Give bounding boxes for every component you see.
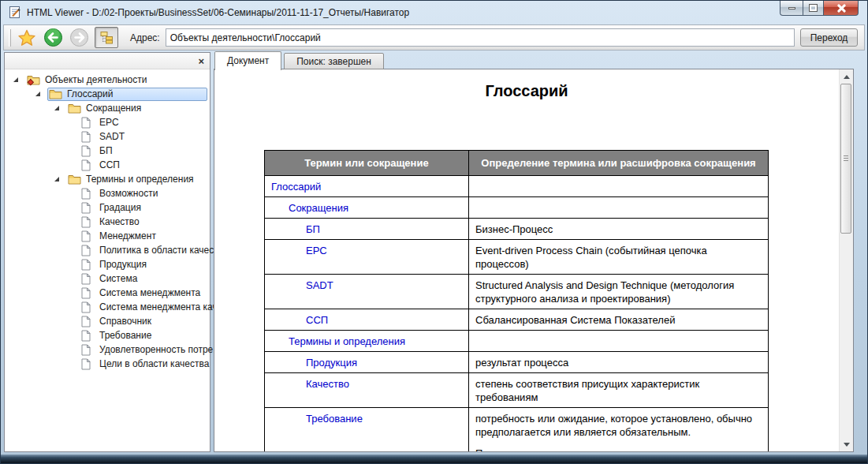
document-icon [81,287,95,299]
tree-item[interactable]: БП [5,144,210,158]
root-objects-icon [27,74,40,86]
document-icon [81,301,95,313]
tree-item-body[interactable]: Справочник [80,315,207,328]
tree-item[interactable]: Удовлетворенность потре... [5,342,210,357]
term-link[interactable]: Глоссарий [271,181,321,193]
tree-item[interactable]: Возможности [5,186,210,200]
tree-item-body[interactable]: БП [80,144,207,158]
scroll-down-button[interactable] [840,438,852,451]
tree-item-body[interactable]: Система [80,272,207,286]
term-link[interactable]: EPC [306,245,327,256]
go-button[interactable]: Переход [800,28,858,47]
document-icon [81,259,95,271]
tree-item[interactable]: Требование [5,328,210,342]
tree-item[interactable]: Справочник [5,314,210,328]
tree-item-body[interactable]: Удовлетворенность потре... [80,343,224,357]
table-row: Термины и определения [265,331,769,352]
tree-item-body[interactable]: ССП [80,159,207,172]
window-controls [780,1,859,16]
expanded-arrow-icon[interactable] [52,103,61,113]
tree-item-body[interactable]: Сокращения [66,102,207,115]
tree-item-body[interactable]: Градация [80,201,207,215]
tree-item-label: ССП [99,159,120,170]
tree-item[interactable]: SADT [5,129,210,144]
tree-item[interactable]: Градация [5,200,210,215]
address-input[interactable] [166,28,795,47]
tree-item[interactable]: Продукция [5,257,210,271]
favorites-star-icon [17,28,36,47]
favorites-button[interactable] [17,28,37,48]
minimize-button[interactable] [780,1,803,16]
forward-button[interactable] [69,28,89,48]
tree-item[interactable]: Термины и определения [5,172,210,186]
term-link[interactable]: Сокращения [289,202,348,214]
term-cell: Термины и определения [265,331,469,352]
table-row: БПБизнес-Процесс [265,219,769,240]
tree-item[interactable]: ССП [5,158,210,172]
term-link[interactable]: БП [306,223,320,235]
tree-item[interactable]: Сокращения [5,101,210,115]
tree-item-body[interactable]: Качество [80,215,207,229]
expanded-arrow-icon[interactable] [33,89,43,99]
tree-item-body[interactable]: Политика в области качес... [80,244,225,257]
document-icon [81,358,95,370]
term-cell: Требование [265,408,469,452]
tree-item-body[interactable]: Система менеджмента [80,286,207,300]
tree-item[interactable]: EPC [5,115,210,129]
tree-item-body[interactable]: Требование [80,329,207,342]
tree-item[interactable]: Глоссарий [5,87,210,101]
term-link[interactable]: SADT [306,279,333,291]
term-link[interactable]: Термины и определения [289,335,405,347]
tree-item[interactable]: Система менеджмента кач... [5,300,210,314]
tree-item-body[interactable]: Возможности [80,187,207,200]
tab-bar: ДокументПоиск: завершен [214,51,384,70]
tree-item-label: Возможности [99,188,158,199]
tree-item-label: Градация [99,202,141,213]
tree-item[interactable]: Система менеджмента [5,286,210,300]
definition-cell: Бизнес-Процесс [469,219,769,240]
term-link[interactable]: ССП [306,314,328,326]
tree-item-body[interactable]: Система менеджмента кач... [80,301,229,314]
scroll-up-button[interactable] [840,70,852,83]
expanded-arrow-icon[interactable] [11,75,20,84]
tree-item-label: Справочник [99,316,151,327]
tree-item-body[interactable]: Продукция [80,258,207,271]
scrollbar-thumb[interactable] [840,84,851,234]
tree-item[interactable]: Цели в области качества [5,357,210,371]
table-row: Качествостепень соответствия присущих ха… [265,373,769,408]
maximize-button[interactable] [803,1,824,16]
tree-item-label: Система [99,273,137,284]
tree-item-body[interactable]: Объекты деятельности [25,73,207,87]
table-row: Продукциярезультат процесса [265,352,769,373]
back-button[interactable] [43,28,63,48]
arrow-down-icon [844,443,850,447]
tree: Объекты деятельностиГлоссарийСокращенияE… [5,69,210,371]
tree-item-body[interactable]: Менеджмент [80,230,207,243]
tree-item-body[interactable]: SADT [80,130,207,144]
tree-item-body[interactable]: Термины и определения [66,173,207,186]
term-cell: Продукция [265,352,469,373]
table-row: ССПСбалансированная Система Показателей [265,309,769,331]
document-content: Глоссарий Термин или сокращение Определе… [214,69,839,451]
document-icon [81,188,95,200]
tree-item[interactable]: Система [5,271,210,286]
term-link[interactable]: Качество [306,378,349,390]
tree-item-label: Удовлетворенность потре... [99,344,221,355]
tree-toggle-button[interactable] [95,27,118,48]
tree-item[interactable]: Качество [5,215,210,229]
close-button[interactable] [824,1,859,16]
tree-item-selected[interactable]: Глоссарий [47,88,207,101]
tree-item-body[interactable]: EPC [80,116,207,129]
tree-panel-close-icon[interactable]: × [198,56,204,66]
tree-item-body[interactable]: Цели в области качества [80,357,212,371]
tree-item[interactable]: Объекты деятельности [5,73,210,87]
tab-document[interactable]: Документ [214,51,281,70]
tab-search[interactable]: Поиск: завершен [284,53,384,69]
app-icon [8,6,21,19]
tree-item[interactable]: Политика в области качес... [5,243,210,257]
expanded-arrow-icon[interactable] [52,174,61,184]
vertical-scrollbar[interactable] [839,69,853,451]
term-link[interactable]: Продукция [306,357,357,369]
tree-item[interactable]: Менеджмент [5,229,210,243]
term-link[interactable]: Требование [306,413,363,425]
